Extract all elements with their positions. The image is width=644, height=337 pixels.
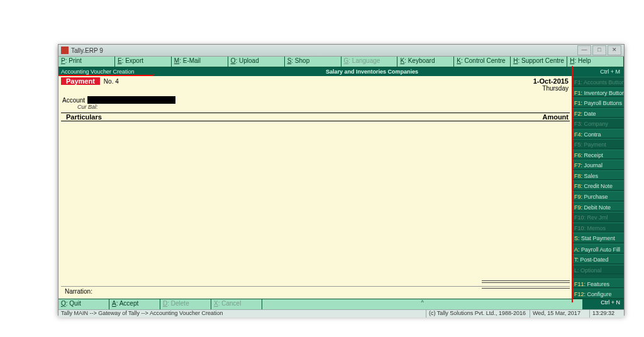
narration-label: Narration: <box>65 288 92 295</box>
account-label: Account <box>62 97 85 104</box>
columns-header: Particulars Amount <box>61 113 570 121</box>
entries-grid[interactable] <box>61 121 570 286</box>
titlebar: Tally.ERP 9 — □ ✕ <box>58 45 624 57</box>
toolbar-shop[interactable]: S: Shop <box>285 57 341 67</box>
toolbar-upload[interactable]: O: Upload <box>228 57 285 67</box>
maximize-button[interactable]: □ <box>592 45 606 55</box>
toolbar-language: G: Language <box>341 57 398 67</box>
account-field[interactable] <box>87 96 175 104</box>
bottom-cancel: X: Cancel <box>211 299 262 309</box>
side-receipt[interactable]: F6: Receipt <box>572 150 624 160</box>
side-date[interactable]: F2: Date <box>572 108 624 118</box>
side-revjrnl: F10: Rev Jrnl <box>572 212 624 222</box>
bottom-shortcut: Ctrl + N <box>582 299 624 309</box>
side-configure[interactable]: F12: Configure <box>572 289 624 299</box>
side-sales[interactable]: F8: Sales <box>572 170 624 180</box>
side-creditnote[interactable]: F8: Credit Note <box>572 180 624 191</box>
status-date: Wed, 15 Mar, 2017 <box>530 310 589 318</box>
voucher-number: No. 4 <box>101 78 121 85</box>
app-icon <box>61 47 69 54</box>
side-features[interactable]: F11: Features <box>572 279 624 289</box>
bottom-toolbar: Q: QuitA: AcceptD: DeleteX: CancelCtrl +… <box>58 299 624 309</box>
side-payrollbuttons[interactable]: F1: Payroll Buttons <box>572 97 624 108</box>
voucher-date: 1-Oct-2015 <box>533 77 569 85</box>
toolbar-controlcentre[interactable]: K: Control Centre <box>454 57 511 67</box>
bottom-quit[interactable]: Q: Quit <box>58 299 109 309</box>
side-panel: F1: Accounts ButtonsF1: Inventory Button… <box>572 76 624 299</box>
minimize-button[interactable]: — <box>577 45 591 55</box>
side-accountsbuttons: F1: Accounts Buttons <box>572 77 624 87</box>
toolbar-export[interactable]: E: Export <box>115 57 172 67</box>
side-postdated[interactable]: T: Post-Dated <box>572 254 624 264</box>
voucher-day: Thursday <box>533 85 569 92</box>
side-purchase[interactable]: F9: Purchase <box>572 191 624 201</box>
bottom-delete: D: Delete <box>160 299 211 309</box>
company-name: Salary and Inventories Companies <box>162 69 582 75</box>
side-journal[interactable]: F7: Journal <box>572 160 624 170</box>
close-button[interactable]: ✕ <box>608 45 621 55</box>
top-toolbar: P: PrintE: ExportM: E-MailO: UploadS: Sh… <box>58 57 624 67</box>
shortcut-hint: Ctrl + M <box>582 69 624 75</box>
current-balance: Cur Bal: <box>62 104 569 110</box>
col-amount: Amount <box>518 113 570 121</box>
status-time: 13:29:32 <box>589 310 624 318</box>
status-copyright: (c) Tally Solutions Pvt. Ltd., 1988-2016 <box>426 310 530 318</box>
work-area: Payment No. 4 1-Oct-2015 Thursday Accoun… <box>58 76 572 299</box>
app-window: Tally.ERP 9 — □ ✕ P: PrintE: ExportM: E-… <box>58 44 625 316</box>
voucher-type: Payment <box>61 77 100 85</box>
bottom-spacer <box>262 299 582 309</box>
side-payment: F5: Payment <box>572 139 624 149</box>
side-inventorybuttons[interactable]: F1: Inventory Buttons <box>572 87 624 97</box>
toolbar-keyboard[interactable]: K: Keyboard <box>397 57 454 67</box>
side-contra[interactable]: F4: Contra <box>572 129 624 139</box>
status-path: Tally MAIN --> Gateway of Tally --> Acco… <box>58 310 426 318</box>
toolbar-email[interactable]: M: E-Mail <box>172 57 228 67</box>
toolbar-help[interactable]: H: Help <box>567 57 624 67</box>
narration-row: Narration: <box>61 286 570 296</box>
col-particulars: Particulars <box>61 113 518 121</box>
side-statpayment[interactable]: S: Stat Payment <box>572 233 624 243</box>
side-memos: F10: Memos <box>572 223 624 233</box>
toolbar-supportcentre[interactable]: H: Support Centre <box>511 57 567 67</box>
screen-name: Accounting Voucher Creation <box>58 69 162 75</box>
side-debitnote[interactable]: F9: Debit Note <box>572 202 624 212</box>
toolbar-print[interactable]: P: Print <box>58 57 115 67</box>
side-optional: L: Optional <box>572 265 624 275</box>
bottom-accept[interactable]: A: Accept <box>109 299 160 309</box>
side-company: F3: Company <box>572 118 624 128</box>
window-title: Tally.ERP 9 <box>71 47 577 54</box>
sub-header: Accounting Voucher Creation Salary and I… <box>58 67 624 76</box>
side-payrollautofill[interactable]: A: Payroll Auto Fill <box>572 244 624 254</box>
status-bar: Tally MAIN --> Gateway of Tally --> Acco… <box>58 309 624 318</box>
